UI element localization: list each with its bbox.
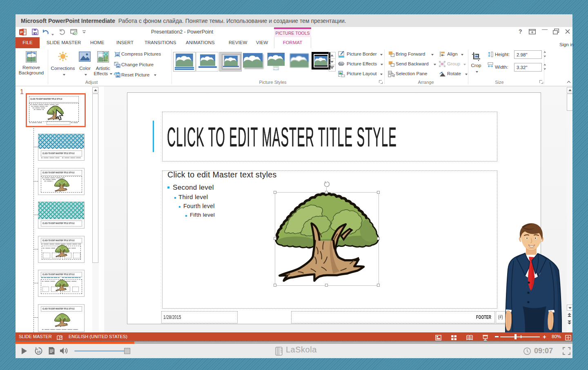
svg-text:10: 10	[37, 350, 40, 354]
svg-text:P: P	[20, 30, 23, 34]
